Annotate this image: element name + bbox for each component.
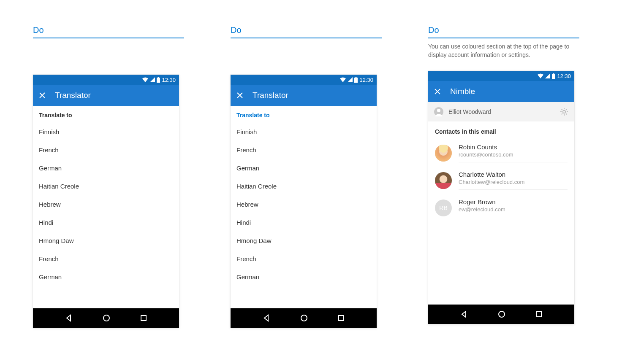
list-item[interactable]: Hmong Daw — [33, 232, 179, 250]
wifi-icon — [340, 77, 346, 82]
wifi-icon — [142, 77, 148, 82]
app-title: Translator — [55, 91, 91, 100]
example-col-3: Do You can use coloured section at the t… — [428, 25, 579, 328]
svg-line-19 — [562, 113, 562, 114]
section-header: Translate to — [33, 106, 179, 123]
battery-icon — [354, 77, 358, 83]
status-icons — [340, 77, 358, 83]
phone-mockup-3: 12:30 Nimble Elliot Woodward — [428, 71, 574, 324]
nav-home-icon[interactable] — [103, 314, 110, 322]
svg-rect-7 — [339, 315, 344, 321]
status-time: 12:30 — [359, 77, 373, 83]
contact-name: Robin Counts — [459, 143, 568, 151]
list-item[interactable]: Hindi — [33, 213, 179, 232]
list-item[interactable]: Hebrew — [33, 195, 179, 213]
list-item[interactable]: Haitian Creole — [33, 177, 179, 195]
account-name: Elliot Woodward — [448, 108, 555, 115]
list-item[interactable]: Haitian Creole — [231, 177, 377, 195]
contact-name: Roger Brown — [459, 198, 568, 205]
list-item[interactable]: Finnish — [231, 123, 377, 141]
status-bar: 12:30 — [428, 71, 574, 81]
status-bar: 12:30 — [231, 75, 377, 85]
app-title: Nimble — [450, 87, 475, 96]
nav-back-icon[interactable] — [263, 314, 270, 322]
nav-back-icon[interactable] — [460, 310, 468, 318]
svg-point-12 — [563, 111, 565, 113]
list-item[interactable]: French — [33, 141, 179, 159]
phone-mockup-2: 12:30 Translator Translate to Finnish Fr… — [231, 75, 377, 328]
svg-rect-5 — [356, 77, 357, 78]
list-item[interactable]: French — [231, 141, 377, 159]
contact-name: Charlotte Walton — [459, 171, 568, 178]
status-time: 12:30 — [162, 77, 176, 83]
svg-rect-0 — [157, 78, 160, 83]
nav-home-icon[interactable] — [300, 314, 308, 322]
svg-rect-22 — [536, 312, 541, 317]
signal-icon — [150, 77, 155, 82]
status-icons — [538, 73, 555, 79]
list-item[interactable]: Hebrew — [231, 195, 377, 213]
content-area: Translate to Finnish French German Haiti… — [231, 106, 377, 308]
example-caption: You can use coloured section at the top … — [428, 43, 579, 59]
contact-item[interactable]: Charlotte Walton Charlottew@relecloud.co… — [428, 167, 574, 194]
battery-icon — [552, 73, 555, 79]
svg-point-6 — [301, 315, 307, 321]
close-icon[interactable] — [434, 88, 441, 95]
app-title: Translator — [253, 91, 288, 100]
battery-icon — [157, 77, 160, 83]
app-bar: Translator — [231, 85, 377, 106]
content-area: Elliot Woodward Contacts in this email R… — [428, 102, 574, 305]
app-bar: Nimble — [428, 81, 574, 102]
example-col-2: Do 12:30 Translator Translate to Finnish — [231, 25, 382, 328]
nav-home-icon[interactable] — [498, 310, 505, 318]
svg-rect-1 — [158, 77, 159, 78]
list-item[interactable]: German — [231, 159, 377, 177]
account-section[interactable]: Elliot Woodward — [428, 102, 574, 121]
status-bar: 12:30 — [33, 75, 179, 85]
contact-item[interactable]: RB Roger Brown ew@relecloud.com — [428, 194, 574, 221]
svg-point-11 — [437, 109, 440, 112]
list-item[interactable]: French — [33, 250, 179, 268]
status-time: 12:30 — [557, 73, 571, 79]
close-icon[interactable] — [236, 92, 243, 99]
nav-recent-icon[interactable] — [338, 315, 345, 321]
svg-rect-3 — [141, 315, 146, 321]
svg-point-21 — [499, 311, 505, 317]
android-nav-bar — [231, 308, 377, 328]
section-header: Translate to — [231, 106, 377, 123]
list-item[interactable]: Finnish — [33, 123, 179, 141]
close-icon[interactable] — [39, 92, 46, 99]
nav-recent-icon[interactable] — [140, 315, 147, 321]
nav-recent-icon[interactable] — [535, 311, 542, 318]
list-item[interactable]: Hmong Daw — [231, 232, 377, 250]
svg-line-20 — [566, 109, 567, 110]
do-label: Do — [231, 25, 382, 38]
phone-mockup-1: 12:30 Translator Translate to Finnish Fr… — [33, 75, 179, 328]
gear-icon[interactable] — [560, 108, 568, 116]
do-label: Do — [33, 25, 184, 38]
status-icons — [142, 77, 160, 83]
android-nav-bar — [33, 308, 179, 328]
list-item[interactable]: German — [33, 268, 179, 286]
svg-line-17 — [562, 109, 562, 110]
contact-email: ew@relecloud.com — [459, 206, 568, 213]
signal-icon — [545, 73, 550, 78]
list-item[interactable]: German — [231, 268, 377, 286]
contact-item[interactable]: Robin Counts rcounts@contoso.com — [428, 139, 574, 167]
wifi-icon — [538, 73, 543, 78]
avatar: RB — [435, 200, 452, 216]
android-nav-bar — [428, 305, 574, 324]
nav-back-icon[interactable] — [65, 314, 73, 322]
app-bar: Translator — [33, 85, 179, 106]
content-area: Translate to Finnish French German Haiti… — [33, 106, 179, 308]
avatar — [435, 145, 452, 162]
do-label: Do — [428, 25, 579, 38]
list-item[interactable]: French — [231, 250, 377, 268]
svg-line-18 — [566, 113, 567, 114]
contacts-header: Contacts in this email — [428, 121, 574, 139]
signal-icon — [348, 77, 353, 82]
svg-rect-9 — [553, 73, 554, 74]
list-item[interactable]: Hindi — [231, 213, 377, 232]
list-item[interactable]: German — [33, 159, 179, 177]
contact-email: Charlottew@relecloud.com — [459, 179, 568, 185]
